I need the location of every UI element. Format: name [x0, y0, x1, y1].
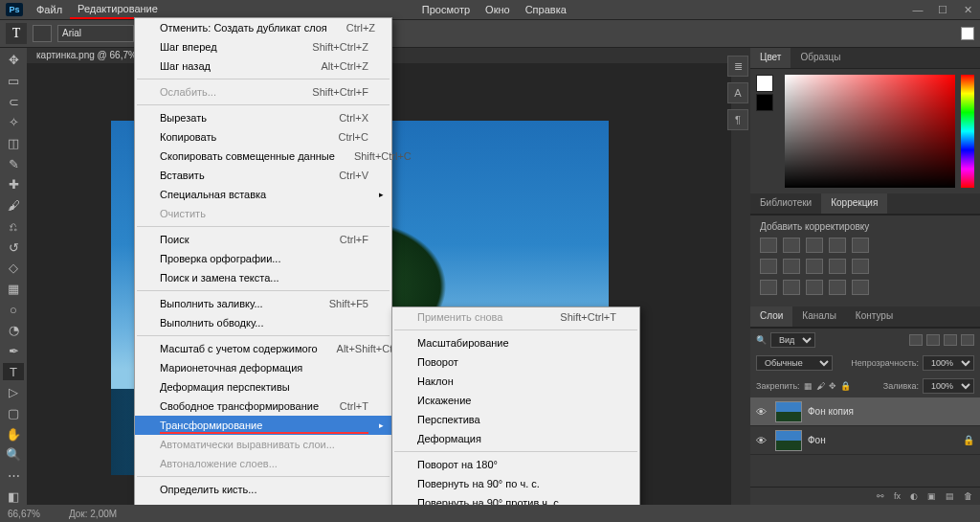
menu-item[interactable]: КопироватьCtrl+C [135, 127, 391, 147]
marquee-tool[interactable]: ▭ [3, 73, 24, 90]
menu-item[interactable]: ВырезатьCtrl+X [135, 108, 391, 127]
menu-item[interactable]: Скопировать совмещенные данныеShift+Ctrl… [135, 147, 391, 166]
tab-layers[interactable]: Слои [750, 306, 792, 327]
visibility-icon[interactable]: 👁 [756, 435, 769, 446]
opacity-select[interactable]: 100% [923, 355, 974, 371]
adj-poster-icon[interactable] [783, 280, 800, 295]
heal-tool[interactable]: ✚ [3, 176, 24, 193]
new-group-icon[interactable]: ▣ [927, 491, 936, 501]
tab-libraries[interactable]: Библиотеки [750, 193, 821, 214]
menu-item[interactable]: Деформация перспективы [135, 377, 391, 397]
adj-gradmap-icon[interactable] [829, 280, 846, 295]
gradient-tool[interactable]: ▦ [3, 281, 24, 298]
menu-item[interactable]: Свободное трансформированиеCtrl+T [135, 397, 391, 416]
blend-mode-select[interactable]: Обычные [756, 355, 833, 371]
layer-filter-select[interactable]: Вид [770, 332, 815, 348]
adj-lookup-icon[interactable] [852, 259, 869, 274]
font-family-select[interactable]: Arial [57, 25, 134, 42]
pen-tool[interactable]: ✒ [3, 343, 24, 360]
fg-color-swatch[interactable] [756, 75, 773, 92]
wand-tool[interactable]: ✧ [3, 114, 24, 131]
tab-channels[interactable]: Каналы [792, 306, 846, 327]
menu-item[interactable]: Трансформирование▸ [135, 416, 391, 435]
menu-file[interactable]: Файл [29, 1, 70, 18]
menu-item[interactable]: Шаг назадAlt+Ctrl+Z [135, 57, 391, 76]
menu-item[interactable]: Перспектива [392, 410, 639, 429]
shape-tool[interactable]: ▢ [3, 405, 24, 422]
hue-slider[interactable] [961, 75, 974, 188]
menu-window[interactable]: Окно [478, 1, 518, 18]
crop-tool[interactable]: ◫ [3, 135, 24, 152]
hand-tool[interactable]: ✋ [3, 425, 24, 443]
dodge-tool[interactable]: ◔ [3, 322, 24, 339]
fg-bg-swatch[interactable]: ◧ [3, 488, 24, 505]
adj-hue-icon[interactable] [760, 259, 777, 274]
menu-item[interactable]: Проверка орфографии... [135, 249, 391, 268]
menu-item[interactable]: Поворот на 180° [392, 455, 639, 474]
menu-item[interactable]: Марионеточная деформация [135, 358, 391, 377]
dock-char-icon[interactable]: A [727, 82, 748, 103]
menu-item[interactable]: ВставитьCtrl+V [135, 166, 391, 185]
brush-tool[interactable]: 🖌 [3, 197, 24, 215]
lock-paint-icon[interactable]: 🖌 [816, 381, 825, 391]
filter-type-icon[interactable] [944, 334, 957, 346]
menu-item[interactable]: Масштаб с учетом содержимогоAlt+Shift+Ct… [135, 339, 391, 358]
adj-brightness-icon[interactable] [760, 238, 777, 253]
color-swatch[interactable] [961, 27, 974, 40]
adj-exposure-icon[interactable] [829, 238, 846, 253]
history-brush-tool[interactable]: ↺ [3, 238, 24, 256]
fx-icon[interactable]: fx [894, 491, 901, 501]
menu-item[interactable]: Выполнить обводку... [135, 313, 391, 332]
menu-item[interactable]: Повернуть на 90° по ч. с. [392, 474, 639, 493]
tab-color[interactable]: Цвет [750, 48, 791, 68]
adj-curves-icon[interactable] [806, 238, 823, 253]
adj-vibrance-icon[interactable] [852, 238, 869, 253]
menu-item[interactable]: Деформация [392, 429, 639, 448]
adj-threshold-icon[interactable] [806, 280, 823, 295]
move-tool[interactable]: ✥ [3, 52, 24, 69]
menu-item[interactable]: Выполнить заливку...Shift+F5 [135, 294, 391, 313]
menu-item[interactable]: Поиск и замена текста... [135, 268, 391, 287]
layer-name[interactable]: Фон копия [808, 406, 854, 417]
menu-item[interactable]: Специальная вставка▸ [135, 185, 391, 204]
menu-item[interactable]: Поворот [392, 352, 639, 372]
mask-icon[interactable]: ◐ [910, 491, 918, 501]
menu-edit[interactable]: Редактирование [70, 0, 166, 19]
visibility-icon[interactable]: 👁 [756, 406, 769, 418]
menu-item[interactable]: Отменить: Создать дубликат слояCtrl+Z [135, 18, 391, 37]
menu-item[interactable]: Шаг впередShift+Ctrl+Z [135, 37, 391, 57]
layer-row[interactable]: 👁 Фон 🔒 [750, 426, 980, 455]
minimize-button[interactable]: — [905, 1, 930, 18]
tab-adjustments[interactable]: Коррекция [821, 193, 887, 214]
layer-name[interactable]: Фон [808, 435, 826, 445]
adj-invert-icon[interactable] [760, 280, 777, 295]
adj-mixer-icon[interactable] [829, 259, 846, 274]
edit-toolbar[interactable]: ⋯ [3, 467, 24, 485]
maximize-button[interactable]: ☐ [930, 1, 955, 18]
layer-row[interactable]: 👁 Фон копия [750, 397, 980, 426]
lock-pixels-icon[interactable]: ▦ [804, 381, 813, 391]
color-field[interactable] [785, 75, 955, 188]
tool-preset-icon[interactable]: T [6, 23, 27, 44]
lasso-tool[interactable]: ⊂ [3, 93, 24, 110]
link-layers-icon[interactable]: ⚯ [877, 491, 884, 501]
close-button[interactable]: ✕ [955, 1, 980, 18]
dock-para-icon[interactable]: ¶ [727, 109, 748, 130]
menu-item[interactable]: ПоискCtrl+F [135, 230, 391, 249]
zoom-status[interactable]: 66,67% [8, 509, 40, 519]
blur-tool[interactable]: ○ [3, 301, 24, 318]
adj-levels-icon[interactable] [783, 238, 800, 253]
adj-photo-icon[interactable] [806, 259, 823, 274]
adj-selective-icon[interactable] [852, 280, 869, 295]
menu-item[interactable]: Искажение [392, 391, 639, 410]
text-orient-icon[interactable] [33, 25, 52, 42]
menu-help[interactable]: Справка [518, 1, 574, 18]
filter-img-icon[interactable] [909, 334, 923, 346]
delete-layer-icon[interactable]: 🗑 [964, 491, 972, 501]
tab-paths[interactable]: Контуры [846, 306, 902, 327]
menu-item[interactable]: Определить кисть... [135, 480, 391, 499]
path-tool[interactable]: ▷ [3, 384, 24, 401]
eraser-tool[interactable]: ◇ [3, 260, 24, 277]
menu-item[interactable]: Масштабирование [392, 333, 639, 352]
stamp-tool[interactable]: ⎌ [3, 218, 24, 236]
